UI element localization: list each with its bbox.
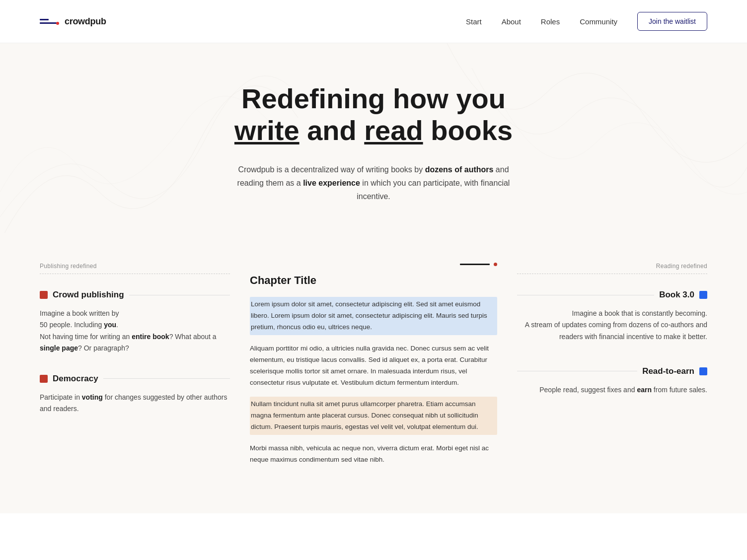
three-columns: Publishing redefined Crowd publishing Im… (40, 263, 707, 473)
read-to-earn-text: People read, suggest fixes and earn from… (517, 384, 707, 396)
read-to-earn-divider (517, 371, 637, 371)
read-link[interactable]: read (364, 115, 423, 146)
feature-democracy-header: Democracy (40, 374, 230, 384)
nav-links: Start About Roles Community Join the wai… (466, 12, 707, 31)
navbar: crowdpub Start About Roles Community Joi… (0, 0, 747, 43)
book-paragraph-3: Nullam tincidunt nulla sit amet purus ul… (250, 397, 497, 435)
feature-read-to-earn-header: Read-to-earn (517, 366, 707, 376)
hero-section: Redefining how you write and read books … (0, 43, 747, 233)
book30-icon (699, 291, 707, 299)
center-column: Chapter Title Lorem ipsum dolor sit amet… (250, 263, 497, 473)
join-waitlist-button[interactable]: Join the waitlist (637, 12, 707, 31)
right-column: Reading redefined Book 3.0 Imagine a boo… (517, 263, 707, 419)
nav-start[interactable]: Start (466, 17, 482, 26)
feature-read-to-earn: Read-to-earn People read, suggest fixes … (517, 366, 707, 396)
feature-crowd-publishing-header: Crowd publishing (40, 290, 230, 300)
brand-name: crowdpub (65, 16, 106, 27)
left-col-label: Publishing redefined (40, 263, 230, 270)
right-col-label: Reading redefined (517, 263, 707, 270)
logo-line-short (40, 19, 49, 20)
logo-icon (40, 19, 61, 24)
book-header-decoration (250, 263, 497, 266)
left-column: Publishing redefined Crowd publishing Im… (40, 263, 230, 434)
nav-about[interactable]: About (502, 17, 521, 26)
logo[interactable]: crowdpub (40, 16, 106, 27)
left-col-divider (40, 274, 230, 274)
book-paragraph-1: Lorem ipsum dolor sit amet, consectetur … (250, 297, 497, 335)
main-content: Publishing redefined Crowd publishing Im… (0, 233, 747, 513)
book-paragraph-4: Morbi massa nibh, vehicula ac neque non,… (250, 443, 497, 466)
book-paragraph-2: Aliquam porttitor mi odio, a ultricies n… (250, 343, 497, 389)
hero-title: Redefining how you write and read books (40, 83, 707, 147)
nav-community[interactable]: Community (580, 17, 617, 26)
feature-book30: Book 3.0 Imagine a book that is constant… (517, 290, 707, 342)
right-col-divider (517, 274, 707, 274)
democracy-title: Democracy (53, 374, 98, 384)
read-to-earn-title: Read-to-earn (642, 366, 694, 376)
write-link[interactable]: write (234, 115, 299, 146)
chapter-title: Chapter Title (250, 274, 497, 287)
feature-book30-header: Book 3.0 (517, 290, 707, 300)
book-header-line (460, 264, 490, 265)
democracy-text: Participate in voting for changes sugges… (40, 392, 230, 415)
feature-crowd-publishing: Crowd publishing Imagine a book written … (40, 290, 230, 353)
book-header-dot (494, 263, 497, 266)
crowd-publishing-text: Imagine a book written by50 people. Incl… (40, 308, 230, 353)
crowd-publishing-title: Crowd publishing (53, 290, 124, 300)
hero-subtitle: Crowdpub is a decentralized way of writi… (234, 163, 513, 204)
book30-title: Book 3.0 (659, 290, 694, 300)
book30-text: Imagine a book that is constantly becomi… (517, 308, 707, 342)
nav-roles[interactable]: Roles (541, 17, 560, 26)
crowd-publishing-divider (129, 295, 230, 295)
read-to-earn-icon (699, 367, 707, 375)
logo-dot (56, 22, 59, 25)
crowd-publishing-icon (40, 291, 48, 299)
book30-divider (517, 295, 654, 295)
feature-democracy: Democracy Participate in voting for chan… (40, 374, 230, 415)
democracy-icon (40, 375, 48, 383)
democracy-divider (103, 378, 230, 379)
logo-line-long (40, 22, 58, 24)
